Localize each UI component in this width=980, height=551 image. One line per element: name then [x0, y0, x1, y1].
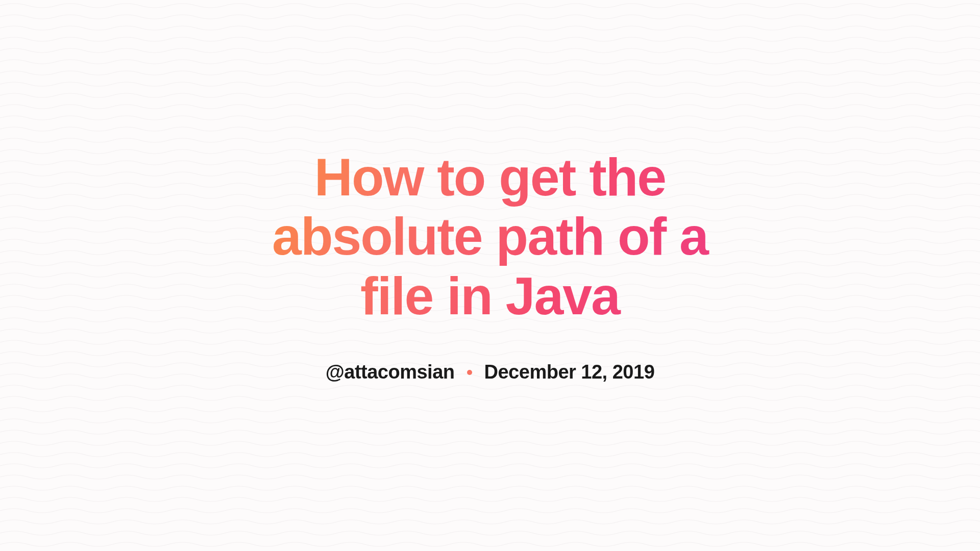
- publish-date: December 12, 2019: [484, 361, 655, 383]
- author-handle: @attacomsian: [326, 361, 455, 383]
- article-title: How to get the absolute path of a file i…: [230, 147, 750, 325]
- article-meta: @attacomsian December 12, 2019: [230, 361, 750, 383]
- card-content: How to get the absolute path of a file i…: [209, 147, 771, 383]
- dot-separator-icon: [467, 370, 472, 375]
